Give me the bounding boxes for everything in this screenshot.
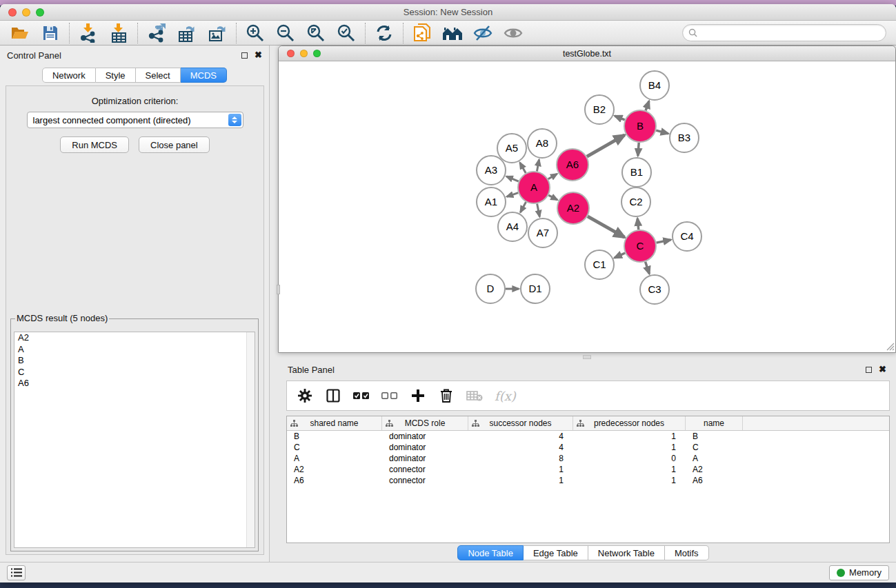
apply-preferred-layout-icon[interactable]: [374, 23, 395, 43]
tab-select[interactable]: Select: [136, 68, 181, 83]
graph-node-A5[interactable]: A5: [497, 134, 526, 163]
edge-A-A1[interactable]: [507, 193, 519, 197]
run-mcds-button[interactable]: Run MCDS: [60, 136, 129, 153]
column-header-shared-name[interactable]: shared name: [287, 416, 382, 430]
edge-A-A6[interactable]: [548, 174, 557, 179]
horizontal-splitter-handle[interactable]: [583, 355, 591, 359]
edge-A-A4[interactable]: [520, 202, 526, 212]
graph-node-A4[interactable]: A4: [498, 212, 527, 241]
edge-A6-B[interactable]: [587, 135, 625, 156]
tab-network[interactable]: Network: [42, 68, 96, 83]
graph-node-D1[interactable]: D1: [521, 274, 550, 303]
graph-node-C[interactable]: C: [624, 230, 656, 262]
table-settings-gear-icon[interactable]: [297, 386, 313, 405]
tab-mcds[interactable]: MCDS: [181, 68, 227, 83]
mcds-result-item[interactable]: A: [14, 344, 255, 356]
mcds-list-scrollbar[interactable]: [246, 332, 255, 547]
resize-grip-icon[interactable]: [885, 341, 895, 351]
edge-B-B4[interactable]: [646, 101, 649, 111]
graph-node-B[interactable]: B: [624, 110, 656, 142]
table-row[interactable]: A6connector11A6: [287, 475, 889, 486]
column-header-name[interactable]: name: [686, 416, 743, 430]
search-input[interactable]: [700, 28, 880, 38]
graph-node-A6[interactable]: A6: [557, 149, 588, 181]
unselect-all-columns-icon[interactable]: [381, 386, 398, 405]
table-tab-motifs[interactable]: Motifs: [665, 545, 709, 560]
edge-A-A3[interactable]: [506, 176, 518, 181]
edge-B-B3[interactable]: [656, 130, 668, 134]
create-new-column-icon[interactable]: [410, 386, 426, 405]
search-box[interactable]: [682, 24, 886, 41]
graph-node-A8[interactable]: A8: [528, 129, 557, 158]
graph-node-C4[interactable]: C4: [673, 222, 701, 251]
edge-B-B2[interactable]: [615, 116, 625, 120]
show-column-panel-icon[interactable]: [325, 386, 341, 405]
delete-table-icon[interactable]: [466, 386, 483, 405]
graph-node-B2[interactable]: B2: [585, 95, 614, 124]
close-panel-icon[interactable]: ✖: [255, 52, 262, 59]
table-row[interactable]: A2connector11A2: [287, 464, 889, 475]
import-network-from-file-icon[interactable]: [78, 23, 99, 43]
table-tab-network-table[interactable]: Network Table: [588, 545, 665, 560]
hide-graphics-details-icon[interactable]: [472, 23, 493, 43]
task-history-button[interactable]: [7, 565, 26, 580]
show-hide-panel-eye-icon[interactable]: [503, 23, 524, 43]
edge-C-C3[interactable]: [646, 262, 650, 274]
graph-node-A7[interactable]: A7: [528, 219, 557, 247]
mcds-result-item[interactable]: C: [14, 367, 255, 378]
close-window-button[interactable]: [8, 8, 17, 17]
import-table-from-file-icon[interactable]: [108, 23, 129, 43]
export-table-icon[interactable]: [177, 23, 197, 43]
network-close-button[interactable]: [287, 50, 295, 57]
zoom-in-icon[interactable]: [245, 23, 266, 43]
memory-button[interactable]: Memory: [829, 565, 889, 580]
column-header-MCDS-role[interactable]: MCDS role: [382, 416, 468, 430]
edge-A-A8[interactable]: [537, 160, 539, 172]
graph-node-B3[interactable]: B3: [670, 123, 699, 152]
edge-A-A5[interactable]: [520, 163, 526, 173]
graph-node-A[interactable]: A: [518, 172, 550, 203]
vertical-splitter-handle[interactable]: [277, 285, 280, 294]
graph-node-D[interactable]: D: [476, 274, 505, 303]
close-panel-button[interactable]: Close panel: [139, 136, 210, 153]
delete-columns-trash-icon[interactable]: [438, 386, 455, 405]
zoom-window-button[interactable]: [36, 8, 44, 17]
column-header-predecessor-nodes[interactable]: predecessor nodes: [573, 416, 686, 430]
float-table-panel-icon[interactable]: [866, 367, 872, 373]
function-builder-icon[interactable]: f(x): [495, 389, 516, 403]
table-row[interactable]: Cdominator41C: [287, 442, 889, 453]
table-row[interactable]: Bdominator41B: [287, 431, 889, 442]
zoom-selected-icon[interactable]: [336, 23, 357, 43]
mcds-result-item[interactable]: A6: [14, 378, 255, 389]
mcds-result-item[interactable]: B: [14, 355, 255, 367]
graph-node-C2[interactable]: C2: [621, 187, 650, 216]
edge-C-C4[interactable]: [657, 240, 671, 243]
network-minimize-button[interactable]: [300, 50, 308, 57]
graph-node-A1[interactable]: A1: [477, 187, 506, 216]
graph-node-A2[interactable]: A2: [557, 192, 589, 224]
open-network-in-ndex-icon[interactable]: [412, 23, 432, 43]
graph-node-A3[interactable]: A3: [477, 156, 506, 185]
table-tab-edge-table[interactable]: Edge Table: [524, 545, 588, 560]
graph-node-B4[interactable]: B4: [640, 71, 669, 100]
edge-B-B1[interactable]: [638, 143, 639, 156]
column-header-successor-nodes[interactable]: successor nodes: [468, 416, 573, 430]
tab-style[interactable]: Style: [96, 68, 136, 83]
edge-A-A7[interactable]: [537, 204, 540, 217]
cybrowser-home-icon[interactable]: [442, 23, 463, 43]
network-zoom-button[interactable]: [313, 50, 321, 57]
open-session-icon[interactable]: [10, 23, 30, 43]
minimize-window-button[interactable]: [22, 8, 30, 17]
edge-A2-C[interactable]: [588, 216, 625, 237]
save-session-icon[interactable]: [40, 23, 61, 43]
criterion-select[interactable]: largest connected component (directed): [27, 112, 243, 128]
close-table-panel-icon[interactable]: ✖: [879, 366, 886, 373]
edge-C-C2[interactable]: [637, 219, 639, 230]
edge-C-C1[interactable]: [615, 253, 625, 258]
zoom-fit-icon[interactable]: [306, 23, 326, 43]
export-network-icon[interactable]: [146, 23, 167, 43]
graph-node-C3[interactable]: C3: [640, 275, 669, 304]
network-canvas[interactable]: B4B2BB3A5A8A6A3B1AA1C2A2A4A7C4CC1C3DD1: [279, 61, 895, 352]
export-image-icon[interactable]: [207, 23, 228, 43]
float-panel-icon[interactable]: [241, 52, 248, 59]
